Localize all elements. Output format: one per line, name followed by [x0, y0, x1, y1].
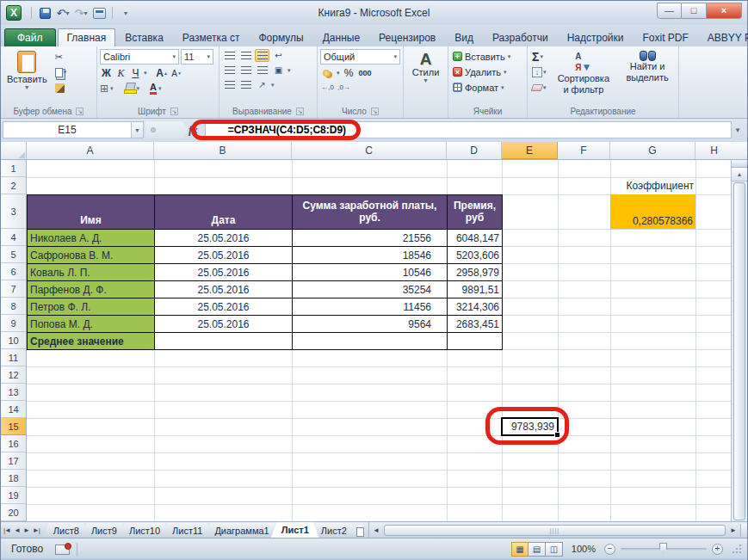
clear-button[interactable]: ▾ — [530, 81, 548, 95]
row-header[interactable]: 5 — [1, 246, 26, 263]
table-header-date[interactable]: Дата — [155, 195, 293, 230]
tab-view[interactable]: Вид — [445, 28, 483, 46]
format-cells-button[interactable]: Формат▾ — [451, 80, 524, 95]
first-sheet-icon[interactable]: |◄ — [3, 526, 10, 534]
sheet-tab-list10[interactable]: Лист10 — [119, 523, 170, 538]
copy-button[interactable]: ▾ — [53, 65, 69, 79]
customize-qat-button[interactable]: ▾ — [118, 5, 133, 21]
tab-formulas[interactable]: Формулы — [250, 28, 313, 46]
cell-salary[interactable]: 10546 — [293, 264, 448, 281]
scroll-up-icon[interactable]: ▲ — [732, 168, 747, 182]
font-size-select[interactable]: 11▾ — [181, 49, 213, 65]
align-left-button[interactable] — [222, 64, 237, 77]
font-family-select[interactable]: Calibri▾ — [100, 49, 179, 65]
sheet-tab-diagram1[interactable]: Диаграмма1 — [204, 523, 279, 538]
percent-format-button[interactable]: % — [342, 66, 356, 79]
cell-premium[interactable]: 2958,979 — [448, 264, 503, 281]
cell-salary[interactable]: 18546 — [293, 247, 448, 264]
row-header[interactable]: 13 — [1, 384, 26, 401]
tab-file[interactable]: Файл — [4, 28, 56, 46]
thousands-format-button[interactable]: 000 — [358, 66, 373, 79]
coefficient-value-cell[interactable]: 0,280578366 — [610, 194, 695, 229]
row-header[interactable]: 2 — [1, 177, 26, 194]
fill-color-icon[interactable] — [124, 83, 135, 94]
col-header-b[interactable]: B — [154, 142, 292, 159]
autosum-button[interactable]: Σ▾ — [530, 50, 548, 64]
row-header[interactable]: 1 — [1, 160, 26, 177]
table-header-name[interactable]: Имя — [28, 195, 155, 230]
underline-button[interactable]: Ч — [129, 66, 142, 80]
increase-indent-button[interactable] — [238, 78, 253, 91]
align-bottom-button[interactable] — [255, 49, 269, 62]
row-header[interactable]: 9 — [1, 315, 26, 332]
cell-premium[interactable]: 5203,606 — [448, 247, 503, 264]
redo-button[interactable]: ↷▾ — [73, 5, 89, 21]
name-box-dropdown[interactable]: ▼ — [132, 121, 144, 138]
cell-salary[interactable]: 9564 — [293, 316, 448, 333]
cell-salary[interactable]: 11456 — [293, 298, 448, 316]
page-layout-view-button[interactable]: ▤ — [529, 542, 546, 557]
cell-date[interactable]: 25.05.2016 — [155, 316, 293, 333]
shrink-font-button[interactable]: А — [170, 66, 183, 80]
scroll-right-icon[interactable]: ► — [726, 526, 740, 534]
name-box[interactable]: E15 — [3, 121, 132, 138]
col-header-g[interactable]: G — [610, 142, 695, 159]
cell-empty[interactable] — [448, 333, 503, 350]
row-header[interactable]: 14 — [1, 401, 26, 418]
cell-date[interactable]: 25.05.2016 — [155, 247, 293, 264]
format-painter-button[interactable] — [53, 81, 69, 95]
col-header-e-selected[interactable]: E — [502, 142, 558, 159]
expand-formula-bar-icon[interactable]: ▼ — [732, 126, 744, 134]
italic-button[interactable]: К — [114, 66, 127, 80]
row-header-15-selected[interactable]: 15 — [1, 418, 26, 435]
row-header[interactable]: 7 — [1, 280, 26, 298]
zoom-level[interactable]: 100% — [568, 544, 599, 554]
col-header-h[interactable]: H — [695, 142, 733, 159]
minimize-button[interactable]: — — [657, 3, 682, 19]
cell-date[interactable]: 25.05.2016 — [155, 264, 293, 281]
tab-addins[interactable]: Надстройки — [558, 28, 634, 46]
select-all-corner[interactable] — [1, 142, 27, 159]
cell-name[interactable]: Коваль Л. П. — [28, 264, 155, 281]
cell-premium[interactable]: 2683,451 — [448, 316, 503, 333]
tab-insert[interactable]: Вставка — [115, 28, 173, 46]
increase-decimal-button[interactable]: ←,0 — [320, 81, 335, 94]
decrease-indent-button[interactable] — [222, 78, 237, 91]
col-header-c[interactable]: C — [292, 142, 447, 159]
cell-name[interactable]: Николаев А. Д. — [28, 230, 155, 247]
last-sheet-icon[interactable]: ►| — [33, 526, 40, 534]
dialog-launcher-icon[interactable]: ↘ — [296, 108, 304, 115]
excel-app-icon[interactable]: X — [6, 5, 22, 21]
close-button[interactable]: × — [707, 3, 742, 19]
grow-font-button[interactable]: А — [156, 66, 169, 80]
cell-salary[interactable]: 35254 — [293, 281, 448, 298]
cells-area[interactable]: Имя Дата Сумма заработной платы, руб. Пр… — [27, 160, 731, 521]
formula-input[interactable]: =СРЗНАЧ(C4:D5;C8:D9) — [205, 121, 732, 138]
dialog-launcher-icon[interactable]: ↘ — [371, 108, 379, 115]
bold-button[interactable]: Ж — [100, 66, 113, 80]
decrease-decimal-button[interactable]: ,0→ — [337, 81, 351, 94]
align-right-button[interactable] — [255, 64, 269, 77]
active-cell-e15[interactable]: 9783,939 — [501, 417, 559, 436]
save-button[interactable] — [37, 5, 53, 21]
macro-record-icon[interactable] — [55, 545, 70, 555]
fill-button[interactable]: ↓▾ — [530, 65, 548, 79]
horizontal-scrollbar[interactable]: ◄ |||| ► — [368, 522, 747, 538]
row-header[interactable]: 10 — [1, 332, 26, 349]
insert-cells-button[interactable]: +Вставить▾ — [451, 49, 524, 64]
number-format-select[interactable]: Общий▾ — [320, 49, 400, 65]
next-sheet-icon[interactable]: ► — [23, 526, 29, 534]
row-header[interactable]: 8 — [1, 298, 26, 315]
wrap-text-button[interactable]: ↩ — [271, 49, 286, 62]
row-header[interactable]: 6 — [1, 263, 26, 280]
cell-name[interactable]: Петров Ф. Л. — [28, 298, 155, 316]
cell-date[interactable]: 25.05.2016 — [155, 298, 293, 316]
tab-developer[interactable]: Разработчи — [483, 28, 558, 46]
align-top-button[interactable] — [222, 49, 237, 62]
tab-abbyy-pdf[interactable]: ABBYY PDF T — [698, 28, 748, 46]
horizontal-scroll-thumb[interactable]: |||| — [384, 525, 726, 536]
vertical-scrollbar[interactable]: ▲ — [731, 160, 747, 521]
row-header[interactable]: 16 — [1, 435, 26, 452]
sheet-tab-list1-active[interactable]: Лист1 — [271, 522, 319, 538]
zoom-in-button[interactable]: + — [712, 544, 723, 555]
